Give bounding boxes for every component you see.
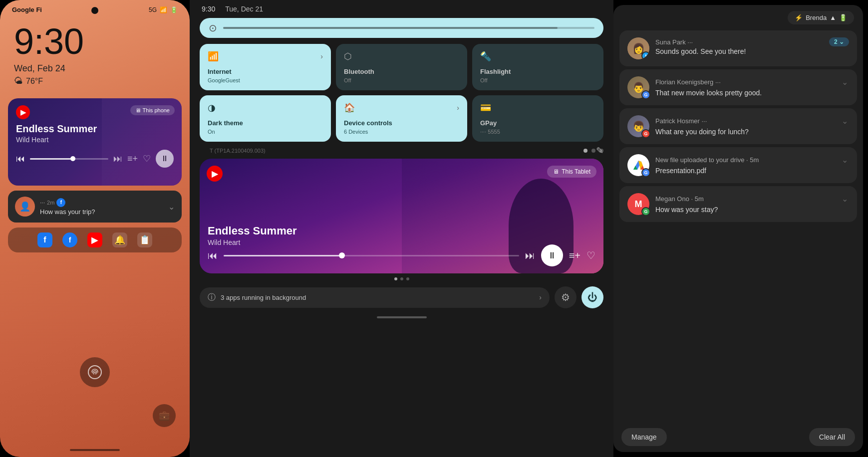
notif-item-megan[interactable]: M G Megan Ono · 5m ⌄ How was your stay? — [619, 186, 857, 222]
tablet-panel: 9:30 Tue, Dec 21 ⊙ 📶 › Internet GoogleGu… — [190, 0, 613, 457]
notif-drive-sender: New file uploaded to your drive · 5m — [655, 156, 759, 164]
wifi-icon: ▲ — [830, 14, 836, 21]
briefcase-button[interactable]: 💼 — [153, 404, 176, 427]
notif-app-badge: f — [56, 198, 65, 207]
media-queue-icon[interactable]: ≡+ — [569, 250, 580, 261]
tablet-page-indicator: T (TP1A.2100409.003) ✎ — [190, 148, 613, 154]
music-progress-thumb — [70, 156, 75, 161]
phone-weather: 🌤 76°F — [0, 74, 190, 86]
brightness-row[interactable]: ⊙ — [200, 18, 603, 38]
media-heart-icon[interactable]: ♡ — [586, 249, 595, 261]
notif-patrick-chevron[interactable]: ⌄ — [841, 115, 849, 127]
phone-music-card[interactable]: ▶ 🖥 This phone Endless Summer Wild Heart… — [8, 98, 182, 186]
bg-apps-pill[interactable]: ⓘ 3 apps running in background › — [200, 287, 550, 308]
clear-all-button[interactable]: Clear All — [809, 428, 855, 446]
notif-suna-sender: Suna Park ··· — [655, 38, 693, 46]
weather-temp: 76°F — [26, 77, 43, 86]
qs-tile-bluetooth[interactable]: ⬡ Bluetooth Off — [336, 44, 467, 90]
notif-item-suna[interactable]: 👩 t Suna Park ··· 2 ⌄ Sounds good. See y… — [619, 30, 857, 66]
internet-title: Internet — [208, 68, 323, 75]
phone-carrier: Google Fi — [12, 6, 42, 13]
notif-patrick-content: Patrick Hosmer ··· ⌄ What are you doing … — [655, 115, 849, 136]
darktheme-title: Dark theme — [208, 119, 323, 127]
bluetooth-icon: ⬡ — [344, 51, 352, 62]
topbar-user-pill[interactable]: ⚡ Brenda ▲ 🔋 — [788, 11, 854, 24]
notif-patrick-sender: Patrick Hosmer ··· — [655, 117, 707, 125]
notif-drive-message: Presentation.pdf — [655, 167, 849, 175]
media-player[interactable]: ▶ 🖥 This Tablet Endless Summer Wild Hear… — [200, 159, 603, 273]
notif-florian-message: That new movie looks pretty good. — [655, 89, 849, 97]
facebook2-icon[interactable]: f — [62, 232, 77, 247]
tablet-badge-label: This Tablet — [562, 168, 590, 175]
phone-network-label: 5G — [149, 6, 157, 13]
battery-icon: 🔋 — [170, 6, 178, 13]
settings-button[interactable]: ⚙ — [555, 286, 577, 308]
tablet-status-bar: 9:30 Tue, Dec 21 — [190, 0, 613, 18]
signal-icon: 📶 — [160, 6, 167, 13]
qs-tile-flashlight[interactable]: 🔦 Flashlight Off — [472, 44, 603, 90]
phone-panel: Google Fi 5G 📶 🔋 9:30 Wed, Feb 24 🌤 76°F… — [0, 0, 190, 457]
devicecontrols-icon: 🏠 — [344, 102, 355, 113]
google-badge-megan: G — [641, 207, 650, 216]
phone-home-indicator — [70, 449, 120, 451]
darktheme-icon: ◑ — [208, 102, 216, 113]
tablet-time: 9:30 — [202, 5, 215, 13]
battery-icon: 🔋 — [839, 14, 847, 21]
gpay-subtitle: ···· 5555 — [480, 129, 595, 135]
media-app-icon: ▶ — [207, 166, 223, 182]
page-dot-1 — [583, 149, 587, 153]
media-tablet-badge: 🖥 This Tablet — [547, 166, 596, 178]
weather-icon: 🌤 — [14, 76, 23, 86]
phone-dock: f f ▶ 🔔 📋 — [8, 228, 182, 252]
media-page-dots — [190, 277, 613, 280]
notif-suna-message: Sounds good. See you there! — [655, 47, 849, 55]
notif-drive-chevron[interactable]: ⌄ — [841, 154, 849, 166]
power-button[interactable]: ⏻ — [581, 286, 603, 308]
manage-button[interactable]: Manage — [621, 428, 667, 446]
charge-icon: ⚡ — [795, 14, 803, 21]
brightness-slider[interactable] — [223, 27, 594, 29]
notif-chevron-icon[interactable]: ⌄ — [168, 202, 175, 212]
phone-notification-card[interactable]: 👤 ··· 2m f How was your trip? ⌄ — [8, 191, 182, 223]
qs-tile-gpay[interactable]: 💳 GPay ···· 5555 — [472, 95, 603, 142]
notif-megan-sender: Megan Ono · 5m — [655, 195, 704, 203]
media-dot-1 — [394, 277, 397, 280]
notif-item-patrick[interactable]: 👦 G Patrick Hosmer ··· ⌄ What are you do… — [619, 108, 857, 144]
notif-item-florian[interactable]: 👨 G Florian Koenigsberg ··· ⌄ That new m… — [619, 69, 857, 105]
media-progress-bar[interactable] — [224, 255, 519, 256]
notif-patrick-message: What are you doing for lunch? — [655, 128, 849, 136]
edit-icon[interactable]: ✎ — [596, 145, 603, 156]
notif-drive-header: New file uploaded to your drive · 5m ⌄ — [655, 154, 849, 166]
notif-suna-header: Suna Park ··· 2 ⌄ — [655, 37, 849, 46]
bell-icon[interactable]: 🔔 — [112, 232, 127, 247]
qs-tile-internet[interactable]: 📶 › Internet GoogleGuest — [200, 44, 331, 90]
avatar-suna: 👩 t — [627, 37, 649, 59]
fingerprint-button[interactable] — [80, 357, 110, 387]
qs-tile-header: 📶 › — [208, 51, 323, 62]
music-app-icon: ▶ — [16, 105, 30, 119]
qs-tile-darktheme[interactable]: ◑ Dark theme On — [200, 95, 331, 142]
notif-drive-content: New file uploaded to your drive · 5m ⌄ P… — [655, 154, 849, 175]
prev-button[interactable]: ⏮ — [16, 154, 25, 164]
notif-sender: ··· 2m f — [40, 198, 163, 207]
notif-suna-content: Suna Park ··· 2 ⌄ Sounds good. See you t… — [655, 37, 849, 55]
notif-suna-expand[interactable]: 2 ⌄ — [829, 37, 849, 46]
media-pause-button[interactable]: ⏸ — [541, 244, 563, 266]
notif-megan-chevron[interactable]: ⌄ — [841, 193, 849, 205]
notif-topbar: ⚡ Brenda ▲ 🔋 — [613, 5, 863, 30]
qs-tile-devicecontrols[interactable]: 🏠 › Device controls 6 Devices — [336, 95, 467, 142]
qs-tile-header-gp: 💳 — [480, 102, 595, 113]
media-controls-row: ⏮ ⏭ ⏸ ≡+ ♡ — [208, 244, 595, 266]
msg-icon[interactable]: 📋 — [137, 232, 152, 247]
device-badge-label: This phone — [143, 107, 170, 113]
music-progress-bar[interactable] — [30, 158, 108, 160]
youtube-icon[interactable]: ▶ — [87, 232, 102, 247]
notif-florian-chevron[interactable]: ⌄ — [841, 76, 849, 88]
media-next-button[interactable]: ⏭ — [525, 250, 535, 261]
tablet-badge-icon: 🖥 — [553, 168, 559, 175]
media-prev-button[interactable]: ⏮ — [208, 250, 218, 261]
facebook-icon[interactable]: f — [37, 232, 52, 247]
avatar-patrick-wrapper: 👦 G — [627, 115, 649, 137]
notif-message: How was your trip? — [40, 208, 163, 216]
notif-item-drive[interactable]: G New file uploaded to your drive · 5m ⌄… — [619, 147, 857, 183]
